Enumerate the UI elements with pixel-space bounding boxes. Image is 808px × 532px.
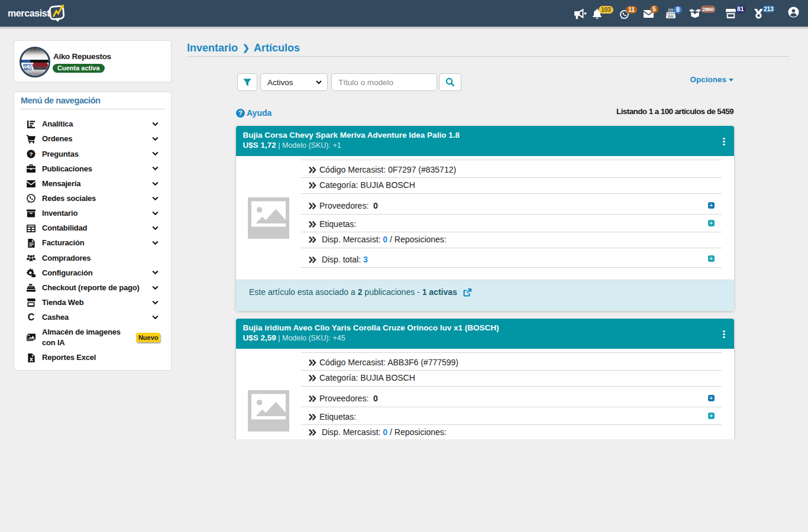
svg-text:?: ? [29, 151, 33, 157]
